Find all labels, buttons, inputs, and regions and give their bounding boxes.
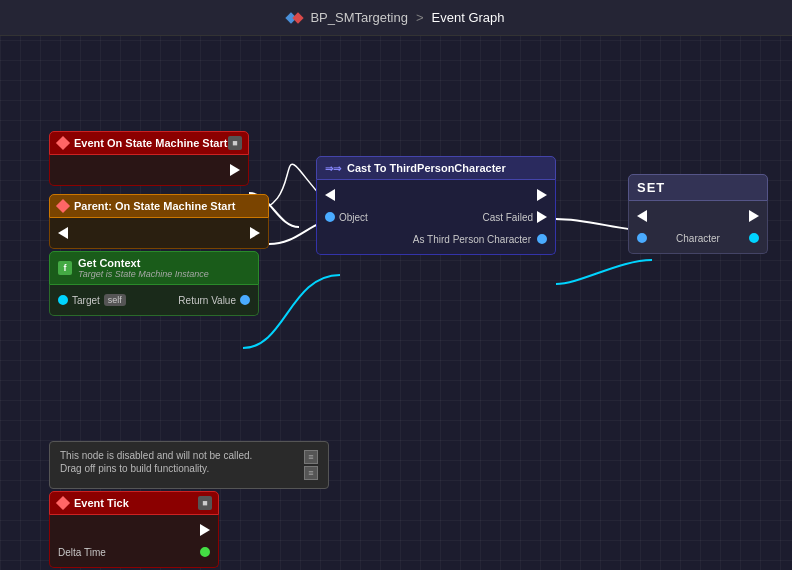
cast-exec-out[interactable] xyxy=(537,189,547,201)
tick-delta-pin[interactable] xyxy=(200,547,210,557)
event-on-start-title: Event On State Machine Start xyxy=(74,137,227,149)
cast-object-row: Object Cast Failed xyxy=(317,206,555,228)
cast-object-pin[interactable] xyxy=(325,212,335,222)
parent-on-start-node: Parent: On State Machine Start xyxy=(49,194,269,249)
set-exec-out[interactable] xyxy=(749,210,759,222)
cast-as-pin[interactable] xyxy=(537,234,547,244)
parent-on-start-exec-in[interactable] xyxy=(58,227,68,239)
cast-failed-label: Cast Failed xyxy=(482,212,533,223)
event-tick-title: Event Tick xyxy=(74,497,129,509)
get-context-return-label: Return Value xyxy=(178,295,236,306)
self-badge: self xyxy=(104,294,126,306)
disabled-note-line1: This node is disabled and will not be ca… xyxy=(60,450,296,461)
cast-as-row: As Third Person Character xyxy=(317,228,555,250)
top-bar: BP_SMTargeting > Event Graph xyxy=(0,0,792,36)
event-on-start-close[interactable]: ■ xyxy=(228,136,242,150)
cast-failed-pin[interactable] xyxy=(537,211,547,223)
set-character-out-pin[interactable] xyxy=(749,233,759,243)
tick-delta-row: Delta Time xyxy=(50,541,218,563)
get-context-subtitle: Target is State Machine Instance xyxy=(78,269,209,279)
event-tick-header: Event Tick ■ xyxy=(49,491,219,515)
graph-name: Event Graph xyxy=(432,10,505,25)
cast-exec-in[interactable] xyxy=(325,189,335,201)
cast-exec-row xyxy=(317,184,555,206)
cast-icon: ⇒⇒ xyxy=(325,163,341,174)
cast-object-label: Object xyxy=(339,212,368,223)
cast-title: Cast To ThirdPersonCharacter xyxy=(347,162,506,174)
note-icon-2: ≡ xyxy=(304,466,318,480)
set-title: SET xyxy=(637,180,665,195)
get-context-title: Get Context xyxy=(78,257,209,269)
get-context-body: Target self Return Value xyxy=(49,285,259,316)
get-context-target-row: Target self Return Value xyxy=(50,289,258,311)
cast-as-label: As Third Person Character xyxy=(413,234,531,245)
event-on-start-exec-out[interactable] xyxy=(230,164,240,176)
set-body: Character xyxy=(628,201,768,254)
nodes-layer: Event On State Machine Start ■ Parent: O… xyxy=(0,36,792,570)
cast-body: Object Cast Failed As Third Person Chara… xyxy=(316,180,556,255)
func-icon: f xyxy=(58,261,72,275)
cast-node: ⇒⇒ Cast To ThirdPersonCharacter Object C… xyxy=(316,156,556,255)
get-context-node: f Get Context Target is State Machine In… xyxy=(49,251,259,316)
event-on-start-node: Event On State Machine Start ■ xyxy=(49,131,249,186)
tick-diamond-icon xyxy=(56,496,70,510)
disabled-note: This node is disabled and will not be ca… xyxy=(49,441,329,489)
event-on-start-exec-row xyxy=(50,159,248,181)
set-character-label: Character xyxy=(676,233,720,244)
set-header: SET xyxy=(628,174,768,201)
event-tick-body: Delta Time xyxy=(49,515,219,568)
parent-on-start-exec-row xyxy=(50,222,268,244)
disabled-note-line2: Drag off pins to build functionality. xyxy=(60,463,296,474)
tick-delta-label: Delta Time xyxy=(58,547,106,558)
parent-on-start-body xyxy=(49,218,269,249)
set-character-in-pin[interactable] xyxy=(637,233,647,243)
get-context-target-pin[interactable] xyxy=(58,295,68,305)
get-context-return-pin[interactable] xyxy=(240,295,250,305)
graph-path: BP_SMTargeting > Event Graph xyxy=(287,10,504,25)
cast-header: ⇒⇒ Cast To ThirdPersonCharacter xyxy=(316,156,556,180)
event-diamond-icon xyxy=(56,136,70,150)
get-context-target-label: Target xyxy=(72,295,100,306)
parent-on-start-exec-out[interactable] xyxy=(250,227,260,239)
breadcrumb-sep: > xyxy=(416,10,424,25)
event-on-start-header: Event On State Machine Start ■ xyxy=(49,131,249,155)
set-exec-row xyxy=(629,205,767,227)
tick-exec-out[interactable] xyxy=(200,524,210,536)
parent-diamond-icon xyxy=(56,199,70,213)
event-tick-node: Event Tick ■ Delta Time xyxy=(49,491,219,568)
note-icon-1: ≡ xyxy=(304,450,318,464)
bp-name: BP_SMTargeting xyxy=(310,10,408,25)
parent-on-start-title: Parent: On State Machine Start xyxy=(74,200,235,212)
set-character-row: Character xyxy=(629,227,767,249)
get-context-header: f Get Context Target is State Machine In… xyxy=(49,251,259,285)
set-node: SET Character xyxy=(628,174,768,254)
parent-on-start-header: Parent: On State Machine Start xyxy=(49,194,269,218)
event-on-start-body xyxy=(49,155,249,186)
event-tick-close[interactable]: ■ xyxy=(198,496,212,510)
set-exec-in[interactable] xyxy=(637,210,647,222)
tick-exec-row xyxy=(50,519,218,541)
